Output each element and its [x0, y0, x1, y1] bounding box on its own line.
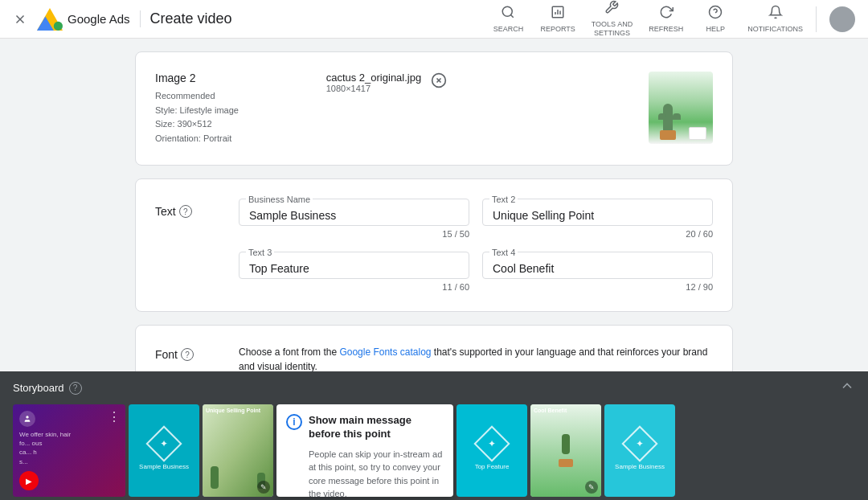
- image-orientation: Orientation: Portrait: [155, 132, 307, 146]
- nav-right: SEARCH REPORTS TOOLS ANDSETTINGS: [485, 0, 855, 41]
- text2-input[interactable]: [493, 206, 702, 222]
- help-button[interactable]: HELP: [693, 2, 738, 36]
- diamond-icon: ✦: [145, 425, 182, 461]
- text4-wrapper[interactable]: Text 4: [482, 252, 713, 279]
- text-fields: Business Name 15 / 50 Text 2 20 / 60: [239, 199, 713, 292]
- notifications-label: NOTIFICATIONS: [747, 25, 803, 33]
- image-card: Image 2 Recommended Style: Lifestyle ima…: [135, 51, 733, 166]
- remove-image-button[interactable]: [431, 72, 447, 92]
- image-size: Size: 390×512: [155, 117, 307, 132]
- nav-divider: [816, 6, 817, 32]
- text4-label: Text 4: [489, 248, 518, 257]
- image-preview: [649, 72, 713, 144]
- notifications-icon: [768, 5, 783, 23]
- image-dimensions: 1080×1417: [326, 84, 422, 93]
- font-catalog-link[interactable]: Google Fonts catalog: [339, 346, 431, 358]
- more-options-icon[interactable]: ⋮: [108, 409, 121, 424]
- storyboard-frame-sample-business-2[interactable]: ✦ Sample Business: [604, 404, 675, 497]
- refresh-label: REFRESH: [649, 25, 683, 33]
- text-card: Text ? Business Name 15 / 50 Text 2: [135, 178, 733, 312]
- text-help-icon[interactable]: ?: [179, 205, 192, 218]
- font-section-label: Font ?: [155, 345, 219, 371]
- text2-wrapper[interactable]: Text 2: [482, 199, 713, 226]
- tools-icon: [604, 0, 619, 18]
- image-card-left: Image 2 Recommended Style: Lifestyle ima…: [155, 72, 307, 145]
- close-button[interactable]: [13, 12, 27, 27]
- svg-point-16: [26, 416, 28, 418]
- sample-business-diamond-icon: ✦: [621, 425, 657, 461]
- font-help-icon[interactable]: ?: [181, 348, 194, 361]
- image-title: Image 2: [155, 72, 307, 84]
- text2-counter: 20 / 60: [482, 229, 713, 239]
- font-description: Choose a font from the Google Fonts cata…: [239, 345, 713, 371]
- text3-label: Text 3: [246, 248, 274, 257]
- notifications-button[interactable]: NOTIFICATIONS: [741, 2, 809, 36]
- svg-point-4: [54, 21, 63, 30]
- main-content: Image 2 Recommended Style: Lifestyle ima…: [0, 39, 868, 371]
- text3-counter: 11 / 60: [239, 282, 469, 292]
- top-navigation: Google Ads Create video SEARCH REPORTS: [0, 0, 868, 39]
- unique-selling-badge: Unique Selling Point: [206, 408, 260, 413]
- tooltip-title: Show main message before this point: [309, 414, 444, 441]
- storyboard-frame-top-feature[interactable]: ✦ Top Feature: [457, 404, 527, 497]
- text-card-inner: Text ? Business Name 15 / 50 Text 2: [155, 199, 713, 292]
- storyboard: Storyboard ? We offer skin, hair: [0, 371, 868, 500]
- business-name-label: Business Name: [246, 195, 313, 204]
- avatar[interactable]: [829, 6, 855, 32]
- refresh-button[interactable]: REFRESH: [642, 2, 690, 36]
- top-feature-diamond-icon: ✦: [473, 425, 510, 461]
- image-meta: Recommended Style: Lifestyle image Size:…: [155, 89, 307, 145]
- image-filename: cactus 2_original.jpg: [326, 72, 422, 84]
- image-style: Style: Lifestyle image: [155, 104, 307, 118]
- tooltip-body: People can skip your in-stream ad at thi…: [309, 448, 444, 497]
- cool-benefit-edit-icon: ✎: [585, 481, 598, 494]
- text2-label: Text 2: [489, 195, 518, 204]
- text3-input[interactable]: [249, 259, 459, 275]
- text3-field: Text 3 11 / 60: [239, 252, 469, 292]
- help-label: HELP: [706, 25, 725, 33]
- intro-text: We offer skin, hair fo... ous ca... h s.…: [19, 430, 119, 466]
- brand-name: Google Ads: [68, 12, 130, 26]
- storyboard-header: Storyboard ?: [0, 371, 868, 404]
- tools-button[interactable]: TOOLS ANDSETTINGS: [585, 0, 639, 41]
- help-icon: [708, 5, 723, 23]
- storyboard-frame-sample-business[interactable]: ✦ Sample Business: [129, 404, 199, 497]
- text4-input[interactable]: [493, 259, 702, 275]
- tooltip-info-icon: i: [286, 414, 302, 430]
- svg-line-6: [511, 14, 514, 17]
- search-button[interactable]: SEARCH: [485, 2, 530, 36]
- reports-button[interactable]: REPORTS: [534, 2, 581, 36]
- text4-counter: 12 / 90: [482, 282, 713, 292]
- business-name-input[interactable]: [249, 206, 459, 222]
- storyboard-frame-tooltip[interactable]: i Show main message before this point Pe…: [276, 404, 453, 497]
- text-section-label: Text ?: [155, 199, 219, 292]
- cool-benefit-label: Cool Benefit: [534, 408, 567, 413]
- text3-wrapper[interactable]: Text 3: [239, 252, 469, 279]
- page-title: Create video: [140, 10, 232, 27]
- nav-left: Google Ads Create video: [13, 8, 485, 31]
- business-name-wrapper[interactable]: Business Name: [239, 199, 469, 226]
- storyboard-frame-intro[interactable]: We offer skin, hair fo... ous ca... h s.…: [13, 404, 125, 497]
- reports-label: REPORTS: [540, 25, 575, 33]
- text4-field: Text 4 12 / 90: [482, 252, 713, 292]
- tooltip-header: i Show main message before this point: [286, 414, 444, 441]
- storyboard-frames: We offer skin, hair fo... ous ca... h s.…: [0, 404, 868, 500]
- text2-field: Text 2 20 / 60: [482, 199, 713, 239]
- storyboard-help-icon[interactable]: ?: [69, 382, 82, 395]
- storyboard-title: Storyboard ?: [13, 382, 82, 395]
- search-icon: [501, 5, 515, 23]
- google-ads-logo: Google Ads: [37, 8, 130, 31]
- business-name-counter: 15 / 50: [239, 229, 469, 239]
- storyboard-collapse-button[interactable]: [839, 378, 855, 398]
- font-card: Font ? Choose a font from the Google Fon…: [135, 325, 733, 371]
- play-button[interactable]: ▶: [19, 471, 39, 490]
- svg-point-5: [503, 6, 513, 16]
- image-recommended: Recommended: [155, 89, 307, 104]
- tools-label: TOOLS ANDSETTINGS: [592, 20, 633, 38]
- storyboard-frame-photo[interactable]: Unique Selling Point ✎: [203, 404, 273, 497]
- reports-icon: [551, 5, 565, 23]
- storyboard-label: Storyboard: [13, 382, 64, 394]
- edit-overlay-icon: ✎: [257, 481, 270, 494]
- image-file-info: cactus 2_original.jpg 1080×1417: [326, 72, 422, 93]
- storyboard-frame-cool-benefit[interactable]: Cool Benefit ✎: [530, 404, 601, 497]
